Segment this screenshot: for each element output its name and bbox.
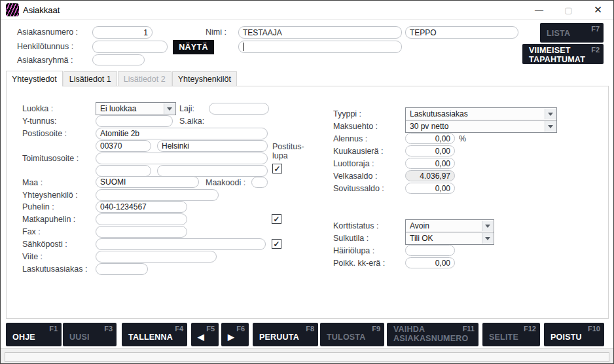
asiakasnumero-input[interactable]: 1 xyxy=(92,26,153,39)
peruuta-button[interactable]: PERUUTA F8 xyxy=(253,323,318,346)
previous-button[interactable]: ◀ F5 xyxy=(191,323,219,346)
lista-button[interactable]: LISTA F7 xyxy=(540,23,604,43)
tulosta-label: TULOSTA xyxy=(327,333,366,342)
poistu-label: POISTU xyxy=(551,333,582,342)
tyyppi-select[interactable]: Laskutusasiakas xyxy=(405,107,557,120)
fax-label: Fax : xyxy=(22,227,41,236)
nimi-value: TESTAAJA xyxy=(243,28,282,37)
maa-value: SUOMI xyxy=(100,177,126,187)
toimitusosoite-city-input[interactable] xyxy=(157,165,268,177)
postiosoite-city-input[interactable]: Helsinki xyxy=(157,140,268,152)
postiosoite-zip-input[interactable]: 00370 xyxy=(96,140,151,152)
postituslupa-checkbox[interactable]: ✓ xyxy=(272,164,282,173)
selite-button[interactable]: SELITE F12 xyxy=(482,323,540,346)
postituslupa-label: Postitus-lupa xyxy=(272,142,308,160)
poistu-button[interactable]: POISTU F10 xyxy=(544,323,604,346)
nayta-button[interactable]: NÄYTÄ xyxy=(173,40,214,54)
selite-fkey: F12 xyxy=(524,325,536,333)
nimi-input[interactable]: TESTAAJA xyxy=(238,26,402,39)
minimize-button[interactable]: — xyxy=(524,1,554,19)
kuukausiera-input[interactable]: 0,00 xyxy=(405,145,455,156)
chevron-down-icon[interactable] xyxy=(545,109,556,119)
tallenna-button[interactable]: TALLENNA F4 xyxy=(122,323,187,346)
maksuehto-select[interactable]: 30 pv netto xyxy=(405,120,557,133)
matkapuhelin-checkbox[interactable]: ✓ xyxy=(272,214,281,224)
korttistatus-select[interactable]: Avoin xyxy=(405,219,494,232)
maa-label: Maa : xyxy=(22,178,43,187)
checkmark-icon: ✓ xyxy=(273,215,280,223)
peruuta-fkey: F8 xyxy=(306,325,314,333)
maa-input[interactable]: SUOMI xyxy=(96,176,199,188)
korttistatus-value: Avoin xyxy=(410,221,429,230)
fax-input[interactable] xyxy=(96,226,187,238)
y-tunnus-input[interactable] xyxy=(96,115,173,127)
puhelin-input[interactable]: 040-1234567 xyxy=(96,201,187,213)
luokka-label: Luokka : xyxy=(22,104,53,113)
asiakasryhma-input[interactable] xyxy=(92,54,145,65)
laskutusasiakas-input[interactable] xyxy=(96,263,148,275)
next-button[interactable]: ▶ F6 xyxy=(221,323,249,346)
uusi-button[interactable]: UUSI F3 xyxy=(63,323,117,346)
nimi2-input[interactable]: TEPPO xyxy=(405,26,518,39)
ohje-button[interactable]: OHJE F1 xyxy=(6,323,62,346)
luokka-select[interactable]: Ei luokkaa xyxy=(96,102,176,115)
checkmark-icon: ✓ xyxy=(274,165,280,173)
yhteyshenkilo-input[interactable] xyxy=(96,189,219,201)
ohje-fkey: F1 xyxy=(49,325,58,333)
sovitussaldo-input[interactable]: 0,00 xyxy=(405,183,455,194)
chevron-down-icon[interactable] xyxy=(164,103,175,114)
tulosta-button[interactable]: TULOSTA F9 xyxy=(320,323,384,346)
maximize-button[interactable]: ▢ xyxy=(554,1,583,19)
alennus-input[interactable]: 0,00 xyxy=(405,133,455,144)
text-cursor xyxy=(243,43,244,51)
matkapuhelin-input[interactable] xyxy=(96,213,187,225)
sulkutila-select[interactable]: Tili OK xyxy=(405,232,494,245)
postiosoite-city-value: Helsinki xyxy=(162,141,189,151)
poikk-kk-era-input[interactable]: 0,00 xyxy=(405,257,455,268)
vaihda-asiakasnumero-button[interactable]: VAIHDA ASIAKASNUMERO F11 xyxy=(387,323,479,346)
maakoodi-label: Maakoodi : xyxy=(206,178,245,187)
tab-yhteyshenkilot[interactable]: Yhteyshenkilöt xyxy=(172,71,237,86)
uusi-label: UUSI xyxy=(69,333,90,342)
tab-lisatiedot-2[interactable]: Lisätiedot 2 xyxy=(118,71,172,86)
app-logo-icon xyxy=(6,3,19,16)
previous-fkey: F5 xyxy=(206,325,215,333)
tab-lisatiedot-1[interactable]: Lisätiedot 1 xyxy=(63,71,117,86)
maakoodi-input[interactable] xyxy=(251,177,268,188)
close-button[interactable]: ✕ xyxy=(583,1,613,19)
chevron-down-icon[interactable] xyxy=(545,121,556,132)
vaihda-asiakasnumero-fkey: F11 xyxy=(463,325,475,333)
checkmark-icon: ✓ xyxy=(273,240,280,248)
luottoraja-input[interactable]: 0,00 xyxy=(405,158,455,169)
lista-fkey: F7 xyxy=(591,25,600,33)
tyyppi-value: Laskutusasiakas xyxy=(410,109,468,118)
status-bar xyxy=(1,348,613,364)
sahkoposti-input[interactable] xyxy=(96,238,266,250)
chevron-down-icon[interactable] xyxy=(482,221,493,231)
tallenna-label: TALLENNA xyxy=(128,333,173,342)
toimitusosoite-street-input[interactable] xyxy=(96,153,268,164)
viimeiset-tapahtumat-button[interactable]: VIIMEISET TAPAHTUMAT F2 xyxy=(522,44,604,64)
postiosoite-label: Postiosoite : xyxy=(22,129,67,138)
hairiolupa-input[interactable] xyxy=(405,245,455,256)
puhelin-value: 040-1234567 xyxy=(100,202,147,211)
nimi-extra-input[interactable] xyxy=(238,41,402,53)
chevron-down-icon[interactable] xyxy=(482,233,493,244)
korttistatus-label: Korttistatus : xyxy=(333,221,378,230)
toimitusosoite-zip-input[interactable] xyxy=(96,165,151,177)
tab-yhteystiedot[interactable]: Yhteystiedot xyxy=(6,71,63,86)
postiosoite-street-input[interactable]: Atomitie 2b xyxy=(96,128,268,139)
viite-input[interactable] xyxy=(96,251,217,263)
laji-label: Laji: xyxy=(179,104,194,113)
asiakasnumero-value: 1 xyxy=(143,28,148,37)
sahkoposti-checkbox[interactable]: ✓ xyxy=(272,239,281,249)
peruuta-label: PERUUTA xyxy=(259,333,299,342)
minimize-icon: — xyxy=(535,5,543,15)
henkilotunnus-input[interactable] xyxy=(92,41,168,53)
y-tunnus-label: Y-tunnus: xyxy=(22,117,56,126)
next-fkey: F6 xyxy=(236,325,245,333)
sovitussaldo-label: Sovitussaldo : xyxy=(333,184,384,193)
viimeiset-tapahtumat-label: VIIMEISET TAPAHTUMAT xyxy=(529,46,597,64)
previous-icon: ◀ xyxy=(198,332,204,342)
laji-input[interactable] xyxy=(209,103,269,115)
